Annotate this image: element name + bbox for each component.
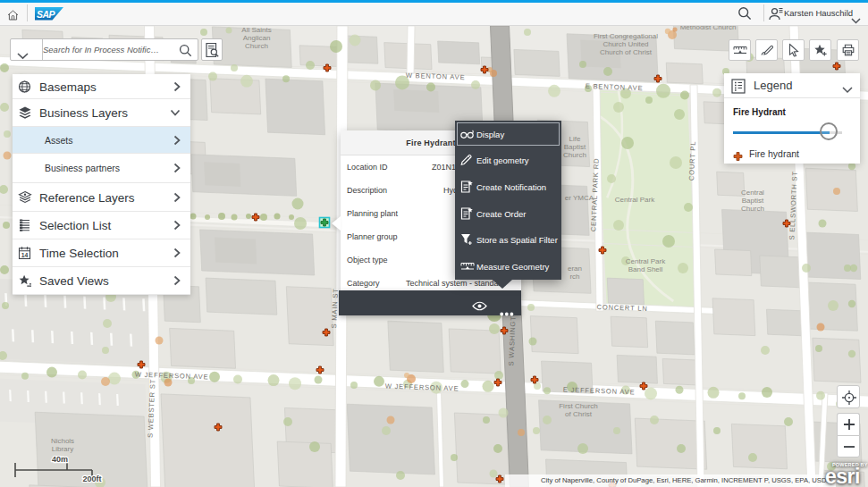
svg-text:Anglican: Anglican [243,34,271,42]
svg-text:Nichols: Nichols [51,437,74,445]
svg-text:of Christ: of Christ [565,410,593,418]
svg-text:200ft: 200ft [82,474,101,483]
svg-text:Church of Christ: Church of Christ [600,48,653,56]
svg-text:14: 14 [21,252,29,258]
svg-text:Church United: Church United [603,40,648,48]
svg-text:er YMCA: er YMCA [565,194,594,202]
svg-text:Baptist: Baptist [742,197,764,205]
svg-text:First Congregational: First Congregational [594,32,658,40]
svg-text:All Saints: All Saints [241,26,271,34]
svg-text:40m: 40m [52,456,68,464]
svg-text:eran: eran [568,264,582,273]
svg-text:Central Park: Central Park [615,196,655,204]
svg-text:Church: Church [563,151,586,159]
svg-text:Life: Life [569,135,581,143]
svg-text:Library: Library [52,445,73,453]
svg-text:Band Shell: Band Shell [628,265,663,273]
svg-text:rch: rch [569,273,579,281]
svg-text:Church: Church [741,205,764,213]
svg-text:Baptist: Baptist [564,143,586,151]
svg-text:Central: Central [741,189,764,197]
svg-text:First Church: First Church [559,402,598,410]
svg-text:SAP: SAP [37,9,56,20]
svg-text:Church: Church [245,42,268,50]
svg-text:Central Park: Central Park [626,257,666,265]
